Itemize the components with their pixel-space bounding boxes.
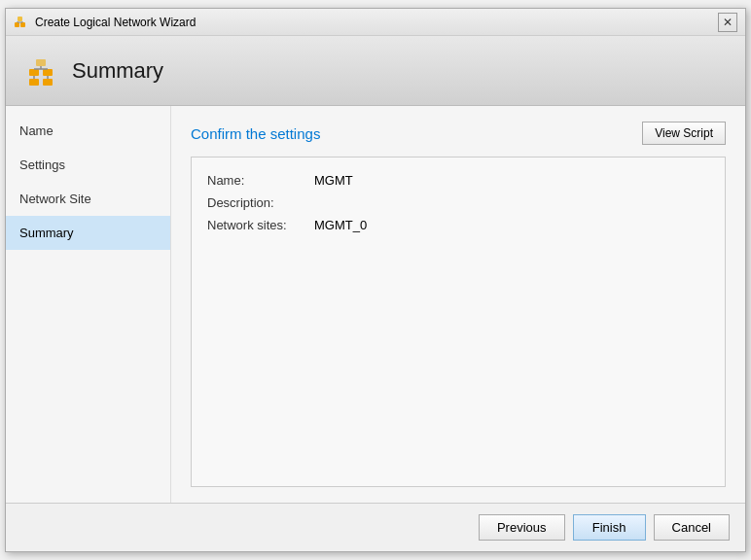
svg-rect-12 bbox=[29, 79, 39, 86]
summary-label-description: Description: bbox=[207, 195, 314, 210]
summary-value-name: MGMT bbox=[314, 173, 353, 188]
summary-box: Name: MGMT Description: Network sites: M… bbox=[191, 157, 726, 487]
title-bar-left: Create Logical Network Wizard bbox=[14, 15, 196, 30]
network-icon bbox=[21, 52, 60, 90]
title-bar: Create Logical Network Wizard ✕ bbox=[6, 9, 745, 36]
header-icon bbox=[21, 52, 60, 90]
title-bar-text: Create Logical Network Wizard bbox=[35, 16, 196, 29]
main-panel: Confirm the settings View Script Name: M… bbox=[171, 106, 745, 503]
finish-button[interactable]: Finish bbox=[573, 514, 646, 541]
sidebar-item-name[interactable]: Name bbox=[6, 114, 170, 148]
svg-rect-0 bbox=[15, 22, 19, 27]
cancel-button[interactable]: Cancel bbox=[654, 514, 730, 541]
confirm-title: Confirm the settings bbox=[191, 125, 320, 142]
svg-rect-1 bbox=[20, 22, 25, 27]
sidebar-item-settings[interactable]: Settings bbox=[6, 148, 170, 182]
summary-row-network-sites: Network sites: MGMT_0 bbox=[207, 218, 709, 232]
wizard-window: Create Logical Network Wizard ✕ Summary bbox=[5, 8, 746, 552]
summary-label-network-sites: Network sites: bbox=[207, 218, 314, 232]
header-title: Summary bbox=[72, 58, 163, 84]
summary-row-name: Name: MGMT bbox=[207, 173, 709, 188]
confirm-header: Confirm the settings View Script bbox=[191, 122, 726, 145]
sidebar-item-network-site[interactable]: Network Site bbox=[6, 182, 170, 216]
svg-rect-6 bbox=[29, 69, 39, 76]
sidebar: Name Settings Network Site Summary bbox=[6, 106, 171, 503]
svg-rect-7 bbox=[43, 69, 53, 76]
svg-rect-8 bbox=[36, 59, 46, 66]
summary-row-description: Description: bbox=[207, 195, 709, 210]
summary-value-network-sites: MGMT_0 bbox=[314, 218, 367, 232]
previous-button[interactable]: Previous bbox=[479, 514, 565, 541]
view-script-button[interactable]: View Script bbox=[642, 122, 726, 145]
footer: Previous Finish Cancel bbox=[6, 503, 745, 551]
sidebar-item-summary[interactable]: Summary bbox=[6, 216, 170, 250]
app-icon bbox=[14, 15, 29, 30]
svg-rect-13 bbox=[43, 79, 53, 86]
summary-label-name: Name: bbox=[207, 173, 314, 188]
header-bar: Summary bbox=[6, 36, 745, 106]
close-button[interactable]: ✕ bbox=[718, 13, 737, 32]
content-area: Name Settings Network Site Summary Confi… bbox=[6, 106, 745, 503]
svg-rect-2 bbox=[18, 17, 22, 21]
